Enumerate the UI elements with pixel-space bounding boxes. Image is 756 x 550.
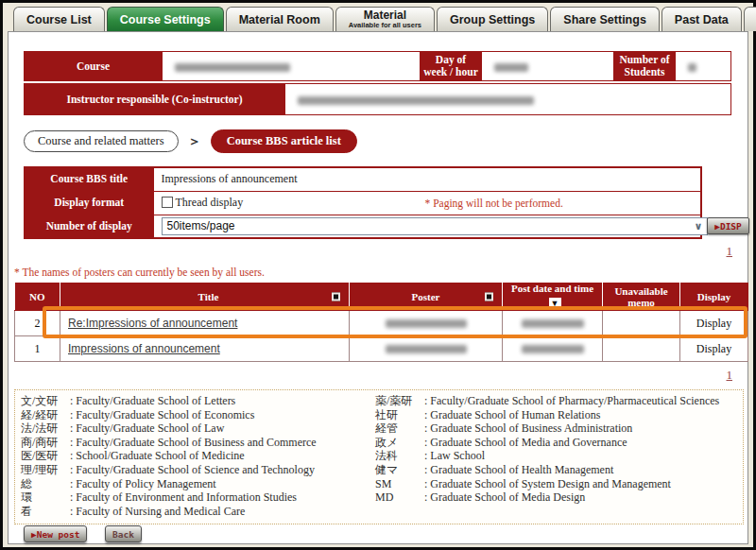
tab-material[interactable]: Material Available for all users <box>335 7 435 31</box>
article-poster-cell <box>350 336 503 362</box>
article-list-table: NO Title Poster Post date and time Unava… <box>14 283 748 362</box>
article-no: 2 <box>15 311 60 336</box>
redacted-course-name <box>175 63 290 72</box>
article-table-header-row: NO Title Poster Post date and time Unava… <box>15 283 748 311</box>
breadcrumb: Course and related matters ＞ Course BBS … <box>24 129 357 153</box>
content-panel: Course Day of week / hour Number of Stud… <box>8 31 748 544</box>
display-format-cell: Thread display * Paging will not be perf… <box>153 191 701 215</box>
legend-column-left: 文/文研Faculty/Graduate School of Letters 経… <box>21 394 375 518</box>
num-students-label: Number of Students <box>614 52 676 81</box>
disp-button[interactable]: ▶DISP <box>707 217 749 234</box>
tab-message[interactable]: Message on a class <box>744 7 756 31</box>
article-title-cell: Re:Impressions of announcement <box>60 311 350 336</box>
legend-item: 看Faculty of Nursing and Medical Care <box>21 505 375 519</box>
sort-title-icon[interactable] <box>332 292 340 301</box>
thread-display-label: Thread display <box>176 196 244 209</box>
article-date-cell <box>503 311 603 336</box>
article-memo-cell <box>603 336 680 362</box>
header-post-date: Post date and time <box>503 283 603 311</box>
legend-column-right: 薬/薬研Faculty/Graduate School of Pharmacy/… <box>375 394 737 518</box>
header-poster: Poster <box>350 283 503 311</box>
header-unavailable-memo: Unavailable memo <box>603 283 680 311</box>
redacted-post-date <box>522 319 584 328</box>
legend-item: 法科Law School <box>375 449 737 463</box>
sort-poster-icon[interactable] <box>485 292 493 301</box>
article-date-cell <box>503 336 603 362</box>
redacted-instructor-name <box>298 96 534 105</box>
new-post-button[interactable]: ▶New post <box>24 525 87 542</box>
legend-item: 総Faculty of Policy Management <box>21 477 375 491</box>
course-value-cell <box>163 52 421 81</box>
header-no: NO <box>15 283 60 311</box>
header-title: Title <box>60 283 350 311</box>
article-poster-cell <box>350 311 503 336</box>
bbs-title-value: Impressions of announcement <box>153 167 701 191</box>
tab-share-settings[interactable]: Share Settings <box>550 7 660 31</box>
article-table-row: 1 Impressions of announcement Display <box>15 336 748 362</box>
breadcrumb-current: Course BBS article list <box>211 129 357 153</box>
legend-item: MDGraduate School of Media Design <box>375 490 737 505</box>
paging-note: * Paging will not be performed. <box>425 198 563 209</box>
redacted-poster-name <box>386 319 467 328</box>
tab-past-data[interactable]: Past Data <box>662 7 742 31</box>
course-info-table: Course Day of week / hour Number of Stud… <box>24 51 731 81</box>
legend-item: 環Faculty of Environment and Information … <box>21 490 375 505</box>
tab-material-room[interactable]: Material Room <box>226 7 334 31</box>
num-students-value-cell <box>676 52 731 81</box>
items-per-page-select[interactable]: 50items/page ∨ <box>162 217 708 235</box>
redacted-day-of-week <box>494 63 528 72</box>
article-display-link[interactable]: Display <box>680 336 748 362</box>
article-title-cell: Impressions of announcement <box>60 336 350 362</box>
legend-item: 法/法研Faculty/Graduate School of Law <box>21 421 375 436</box>
tab-course-list[interactable]: Course List <box>13 7 105 31</box>
instructor-label: Instructor responsible (Co-instructor) <box>25 84 285 115</box>
pagination-page-1-top[interactable]: 1 <box>727 244 733 259</box>
redacted-post-date <box>522 345 584 353</box>
legend-item: 商/商研Faculty/Graduate School of Business … <box>21 436 375 450</box>
display-format-label: Display format <box>25 191 153 215</box>
legend-item: 経/経研Faculty/Graduate School of Economics <box>21 408 375 422</box>
faculty-legend: 文/文研Faculty/Graduate School of Letters 経… <box>14 389 744 524</box>
tab-course-settings[interactable]: Course Settings <box>107 7 224 31</box>
breadcrumb-separator: ＞ <box>188 133 201 150</box>
article-no: 1 <box>15 336 60 362</box>
sort-descending-icon[interactable] <box>549 298 561 310</box>
article-memo-cell <box>603 311 680 336</box>
instructor-table: Instructor responsible (Co-instructor) <box>24 83 731 115</box>
instructor-value-cell <box>285 84 731 115</box>
legend-item: 文/文研Faculty/Graduate School of Letters <box>21 394 375 408</box>
legend-item: 社研Graduate School of Human Relations <box>375 408 737 422</box>
course-label: Course <box>25 52 163 81</box>
redacted-poster-name <box>386 345 467 353</box>
article-title-link[interactable]: Impressions of announcement <box>68 342 220 355</box>
back-button[interactable]: Back <box>105 525 142 542</box>
pagination-page-1-bottom[interactable]: 1 <box>727 368 733 383</box>
legend-item: 健マGraduate School of Health Management <box>375 463 737 477</box>
legend-item: 経管Graduate School of Business Administra… <box>375 421 737 436</box>
thread-display-checkbox[interactable] <box>162 197 173 208</box>
bbs-title-label: Course BBS title <box>25 167 153 191</box>
header-display: Display <box>680 283 748 311</box>
chevron-down-icon: ∨ <box>695 220 703 232</box>
redacted-num-students <box>688 63 696 72</box>
legend-item: 理/理研Faculty/Graduate School of Science a… <box>21 463 375 477</box>
tab-bar: Course List Course Settings Material Roo… <box>13 7 756 31</box>
day-of-week-value-cell <box>482 52 614 81</box>
legend-item: 薬/薬研Faculty/Graduate School of Pharmacy/… <box>375 394 737 408</box>
article-table-row: 2 Re:Impressions of announcement Display <box>15 311 748 336</box>
article-title-link[interactable]: Re:Impressions of announcement <box>68 317 237 330</box>
legend-item: SMGraduate School of System Design and M… <box>375 477 737 491</box>
legend-item: 医/医研School/Graduate School of Medicine <box>21 449 375 463</box>
number-of-display-cell: 50items/page ∨ <box>153 215 701 238</box>
bbs-settings-form: Course BBS title Impressions of announce… <box>24 166 702 239</box>
day-of-week-label: Day of week / hour <box>421 52 482 81</box>
poster-visibility-note: * The names of posters can currently be … <box>14 266 265 278</box>
page-background: Course List Course Settings Material Roo… <box>3 3 753 547</box>
breadcrumb-parent-button[interactable]: Course and related matters <box>24 130 179 152</box>
screenshot-frame: Course List Course Settings Material Roo… <box>0 0 756 550</box>
legend-item: 政メGraduate School of Media and Governanc… <box>375 436 737 450</box>
number-of-display-label: Number of display <box>25 215 153 238</box>
tab-group-settings[interactable]: Group Settings <box>437 7 548 31</box>
article-display-link[interactable]: Display <box>680 311 748 336</box>
